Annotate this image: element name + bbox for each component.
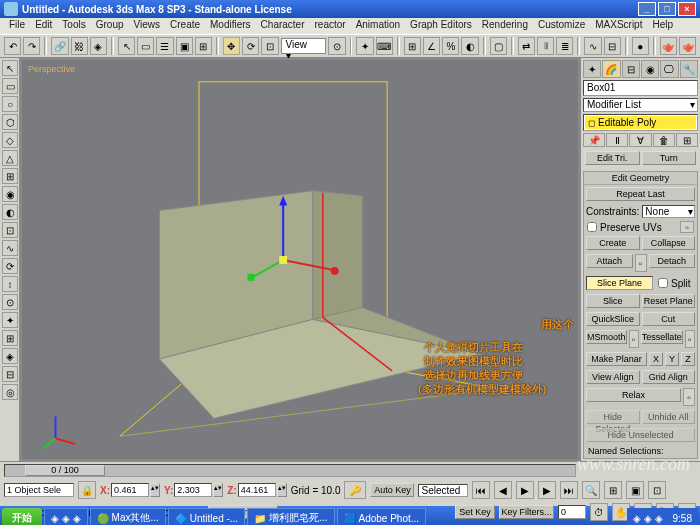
play-button[interactable]: ▶ (516, 481, 534, 499)
turn-button[interactable]: Turn (642, 151, 697, 165)
goto-end-button[interactable]: ⏭ (560, 481, 578, 499)
select-button[interactable]: ↖ (118, 37, 135, 55)
planar-z[interactable]: Z (681, 352, 695, 366)
display-tab[interactable]: 🖵 (660, 60, 678, 78)
modifier-stack[interactable]: ◻ Editable Poly (583, 114, 698, 131)
menu-character[interactable]: Character (256, 18, 310, 34)
y-coord[interactable]: 2.303 (174, 483, 212, 497)
ltool-1[interactable]: ↖ (2, 60, 18, 76)
quickslice-button[interactable]: QuickSlice (586, 312, 640, 326)
menu-group[interactable]: Group (91, 18, 129, 34)
minimize-button[interactable]: _ (638, 2, 656, 16)
attach-button[interactable]: Attach (586, 254, 633, 268)
ltool-8[interactable]: ◉ (2, 186, 18, 202)
ltool-6[interactable]: △ (2, 150, 18, 166)
task-item-2[interactable]: 🔷 Untitled -... (168, 508, 245, 525)
relax-settings[interactable]: ▫ (683, 388, 695, 406)
x-spinner[interactable]: ▴▾ (150, 483, 160, 497)
ltool-11[interactable]: ∿ (2, 240, 18, 256)
menu-views[interactable]: Views (129, 18, 166, 34)
z-spinner[interactable]: ▴▾ (277, 483, 287, 497)
planar-x[interactable]: X (649, 352, 663, 366)
preserve-uvs-checkbox[interactable] (587, 222, 597, 232)
set-key-button[interactable]: Set Key (455, 505, 495, 519)
ltool-5[interactable]: ◇ (2, 132, 18, 148)
nav-zoomall-button[interactable]: ⊞ (604, 481, 622, 499)
task-item-3[interactable]: 📁 增利肥皂死... (247, 508, 334, 525)
render-scene-button[interactable]: 🫖 (660, 37, 677, 55)
menu-reactor[interactable]: reactor (310, 18, 351, 34)
keyboard-button[interactable]: ⌨ (376, 37, 393, 55)
slice-plane-button[interactable]: Slice Plane (586, 276, 653, 290)
hide-unselected-button[interactable]: Hide Unselected (586, 428, 695, 442)
select-region-button[interactable]: ▣ (176, 37, 193, 55)
modify-tab[interactable]: 🌈 (602, 60, 620, 78)
ltool-18[interactable]: ⊟ (2, 366, 18, 382)
reset-plane-button[interactable]: Reset Plane (642, 294, 696, 308)
x-coord[interactable]: 0.461 (111, 483, 149, 497)
ltool-10[interactable]: ⊡ (2, 222, 18, 238)
task-item-1[interactable]: 🟢 Max其他... (90, 508, 166, 525)
split-checkbox[interactable] (658, 278, 668, 288)
menu-edit[interactable]: Edit (30, 18, 57, 34)
menu-rendering[interactable]: Rendering (477, 18, 533, 34)
edit-geometry-rollout[interactable]: Edit Geometry (584, 172, 697, 185)
ref-coord-dropdown[interactable]: View ▾ (281, 38, 327, 54)
ltool-2[interactable]: ▭ (2, 78, 18, 94)
grid-align-button[interactable]: Grid Align (642, 370, 696, 384)
current-frame[interactable]: 0 (558, 505, 586, 519)
create-tab[interactable]: ✦ (583, 60, 601, 78)
close-button[interactable]: × (678, 2, 696, 16)
time-slider[interactable]: 0 / 100 (4, 464, 576, 477)
ltool-4[interactable]: ⬡ (2, 114, 18, 130)
nav-zoomext-button[interactable]: ⊡ (648, 481, 666, 499)
ltool-9[interactable]: ◐ (2, 204, 18, 220)
layers-button[interactable]: ≣ (556, 37, 573, 55)
motion-tab[interactable]: ◉ (641, 60, 659, 78)
menu-maxscript[interactable]: MAXScript (590, 18, 647, 34)
key-icon[interactable]: 🔑 (344, 481, 366, 499)
planar-y[interactable]: Y (665, 352, 679, 366)
msmooth-button[interactable]: MSmooth (586, 330, 627, 344)
stack-editable-poly[interactable]: ◻ Editable Poly (585, 116, 696, 129)
goto-start-button[interactable]: ⏮ (472, 481, 490, 499)
configure-button[interactable]: ⊞ (676, 133, 698, 147)
y-spinner[interactable]: ▴▾ (213, 483, 223, 497)
relax-button[interactable]: Relax (586, 388, 681, 402)
curve-editor-button[interactable]: ∿ (584, 37, 601, 55)
undo-button[interactable]: ↶ (4, 37, 21, 55)
edit-tri-button[interactable]: Edit Tri. (585, 151, 640, 165)
ltool-3[interactable]: ○ (2, 96, 18, 112)
percent-snap-button[interactable]: % (442, 37, 459, 55)
menu-file[interactable]: File (4, 18, 30, 34)
ltool-16[interactable]: ⊞ (2, 330, 18, 346)
ltool-12[interactable]: ⟳ (2, 258, 18, 274)
z-coord[interactable]: 44.161 (238, 483, 276, 497)
menu-customize[interactable]: Customize (533, 18, 590, 34)
quick-launch[interactable]: ◈ ◈ ◈ (44, 508, 88, 525)
ltool-13[interactable]: ↕ (2, 276, 18, 292)
make-unique-button[interactable]: ∀ (629, 133, 651, 147)
cut-button[interactable]: Cut (642, 312, 696, 326)
system-tray[interactable]: ◈ ◈ ◈ 9:58 (627, 508, 698, 525)
menu-create[interactable]: Create (165, 18, 205, 34)
time-slider-thumb[interactable]: 0 / 100 (25, 465, 105, 476)
make-planar-button[interactable]: Make Planar (586, 352, 647, 366)
link-button[interactable]: 🔗 (51, 37, 68, 55)
scale-button[interactable]: ⊡ (261, 37, 278, 55)
select-filter[interactable]: ▭ (137, 37, 154, 55)
maximize-button[interactable]: □ (658, 2, 676, 16)
schematic-button[interactable]: ⊟ (604, 37, 621, 55)
object-name-field[interactable]: Box01 (583, 80, 698, 96)
bind-button[interactable]: ◈ (90, 37, 107, 55)
move-button[interactable]: ✥ (223, 37, 240, 55)
quick-render-button[interactable]: 🫖 (679, 37, 696, 55)
slice-button[interactable]: Slice (586, 294, 640, 308)
ltool-15[interactable]: ✦ (2, 312, 18, 328)
redo-button[interactable]: ↷ (23, 37, 40, 55)
align-button[interactable]: ⫴ (537, 37, 554, 55)
manipulate-button[interactable]: ✦ (356, 37, 373, 55)
menu-tools[interactable]: Tools (57, 18, 90, 34)
time-config-button[interactable]: ⏱ (590, 503, 608, 521)
select-name-button[interactable]: ☰ (156, 37, 173, 55)
